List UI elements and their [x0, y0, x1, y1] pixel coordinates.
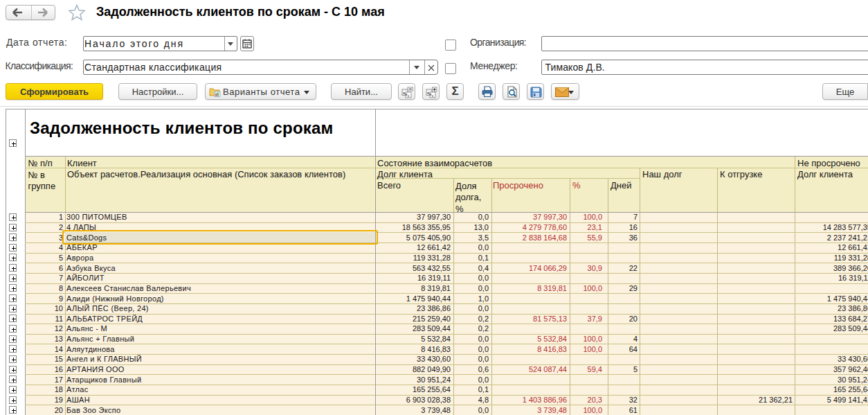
- svg-text:с: с: [408, 93, 410, 97]
- svg-text:с: с: [432, 93, 434, 97]
